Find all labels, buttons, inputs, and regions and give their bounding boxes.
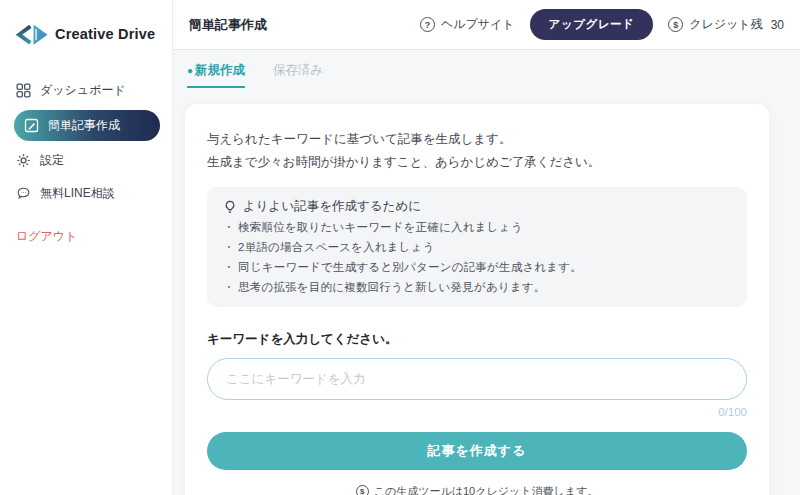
help-site-link[interactable]: ? ヘルプサイト (420, 16, 515, 33)
credit-note-text: この生成ツールは10クレジット消費します。 (374, 484, 599, 495)
credit-consumption-note: $ この生成ツールは10クレジット消費します。 (207, 484, 747, 495)
intro-line-1: 与えられたキーワードに基づいて記事を生成します。 (207, 128, 747, 151)
page-title: 簡単記事作成 (189, 16, 267, 34)
tips-title-row: よりよい記事を作成するために (223, 198, 731, 215)
sidebar-item-label: 設定 (40, 152, 64, 169)
keyword-label: キーワードを入力してください。 (207, 331, 747, 348)
gear-icon (16, 153, 31, 168)
sidebar: Creative Drive ダッシュボード (0, 0, 173, 495)
chat-bubble-icon (16, 186, 31, 201)
tab-new-creation[interactable]: ●新規作成 (187, 62, 245, 88)
sidebar-item-label: ダッシュボード (40, 82, 126, 99)
sidebar-nav: ダッシュボード 簡単記事作成 設定 (0, 74, 172, 210)
credits-value: 30 (771, 18, 784, 32)
sidebar-item-label: 無料LINE相談 (40, 185, 115, 202)
main-area: 簡単記事作成 ? ヘルプサイト アップグレード $ クレジット残 30 ●新規作… (173, 0, 800, 495)
coin-icon: $ (356, 485, 369, 495)
creative-drive-logo-icon (12, 20, 50, 48)
sidebar-item-label: 簡単記事作成 (48, 117, 120, 134)
logout-link[interactable]: ログアウト (0, 216, 172, 257)
char-counter: 0/100 (207, 406, 747, 418)
tip-item: ・ 同じキーワードで生成すると別パターンの記事が生成されます。 (223, 260, 731, 275)
help-icon: ? (420, 17, 435, 32)
logo: Creative Drive (0, 0, 172, 74)
header-actions: ? ヘルプサイト アップグレード $ クレジット残 30 (420, 9, 784, 40)
tip-item: ・ 検索順位を取りたいキーワードを正確に入れましょう (223, 220, 731, 235)
credits-label: クレジット残 (689, 16, 762, 33)
intro-line-2: 生成まで少々お時間が掛かりますこと、あらかじめご了承ください。 (207, 151, 747, 174)
tips-title: よりよい記事を作成するために (243, 198, 421, 215)
sidebar-item-article-creation[interactable]: 簡単記事作成 (14, 110, 160, 141)
content-area: ●新規作成 保存済み 与えられたキーワードに基づいて記事を生成します。 生成まで… (173, 50, 800, 495)
tab-bar: ●新規作成 保存済み (185, 62, 769, 88)
edit-article-icon (24, 118, 39, 133)
article-creation-card: 与えられたキーワードに基づいて記事を生成します。 生成まで少々お時間が掛かります… (185, 104, 769, 495)
lightbulb-icon (223, 200, 237, 214)
active-tab-dot-icon: ● (187, 65, 193, 76)
sidebar-item-dashboard[interactable]: ダッシュボード (0, 74, 172, 107)
tab-label: 新規作成 (195, 63, 245, 77)
tips-box: よりよい記事を作成するために ・ 検索順位を取りたいキーワードを正確に入れましょ… (207, 187, 747, 307)
logo-text: Creative Drive (55, 26, 155, 42)
top-header: 簡単記事作成 ? ヘルプサイト アップグレード $ クレジット残 30 (173, 0, 800, 50)
app-window: Creative Drive ダッシュボード (0, 0, 800, 495)
help-site-label: ヘルプサイト (441, 16, 515, 33)
create-article-button[interactable]: 記事を作成する (207, 432, 747, 470)
upgrade-button[interactable]: アップグレード (530, 9, 654, 40)
tip-item: ・ 2単語の場合スペースを入れましょう (223, 240, 731, 255)
keyword-input[interactable] (207, 358, 747, 400)
credits-remaining: $ クレジット残 30 (668, 16, 784, 33)
intro-text: 与えられたキーワードに基づいて記事を生成します。 生成まで少々お時間が掛かります… (207, 128, 747, 173)
sidebar-item-line-consultation[interactable]: 無料LINE相談 (0, 177, 172, 210)
tab-saved[interactable]: 保存済み (273, 62, 323, 88)
dashboard-grid-icon (16, 83, 31, 98)
sidebar-item-settings[interactable]: 設定 (0, 144, 172, 177)
coin-icon: $ (668, 17, 683, 32)
tip-item: ・ 思考の拡張を目的に複数回行うと新しい発見があります。 (223, 280, 731, 295)
